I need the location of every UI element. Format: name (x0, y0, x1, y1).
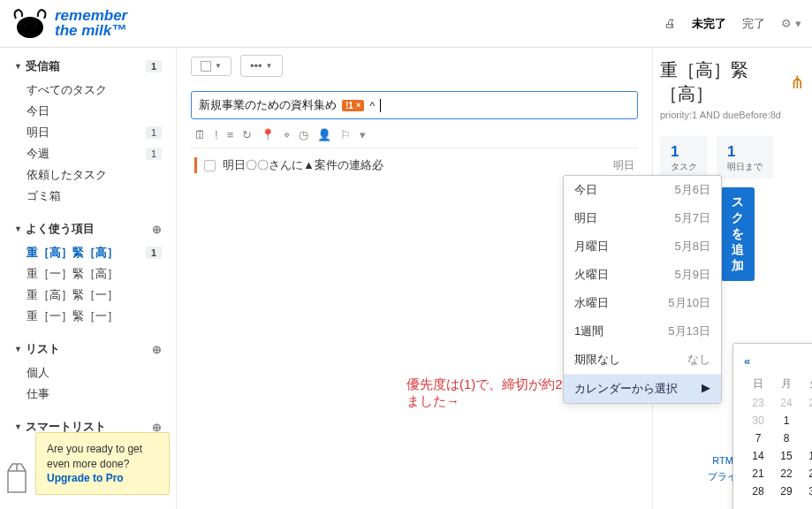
calendar-day[interactable]: 29 (772, 482, 801, 500)
list-icon[interactable]: ≡ (227, 128, 234, 142)
calendar-day[interactable]: 14 (744, 447, 772, 465)
flag-icon[interactable]: ⚐ (340, 128, 351, 142)
chevron-down-icon[interactable]: ▾ (360, 128, 366, 142)
tag-icon[interactable]: ⌖ (284, 128, 290, 142)
sidebar-item[interactable]: 重［高］緊［高］1 (0, 242, 176, 263)
date-option-value: 5月7日 (675, 210, 710, 226)
calendar-day[interactable]: 9 (801, 429, 812, 447)
repeat-icon[interactable]: ↻ (242, 128, 252, 142)
date-dropdown: 今日5月6日明日5月7日月曜日5月8日火曜日5月9日水曜日5月10日1週間5月1… (563, 175, 722, 404)
tab-complete[interactable]: 完了 (742, 16, 765, 32)
calendar-popup: « 2017年5月 » 日月火水木金土232425262728293012345… (732, 343, 812, 509)
sidebar-section-header[interactable]: ▼よく使う項目⊕ (0, 216, 176, 242)
date-option[interactable]: 1週間5月13日 (564, 317, 721, 346)
sidebar-item-label: ゴミ箱 (27, 188, 61, 204)
print-icon[interactable]: 🖨 (664, 17, 676, 30)
calendar-day[interactable]: 7 (744, 429, 772, 447)
priority-icon[interactable]: ! (215, 128, 218, 142)
sidebar-section-header[interactable]: ▼リスト⊕ (0, 336, 176, 362)
calendar-day[interactable]: 23 (801, 465, 812, 482)
select-all-button[interactable]: ▼ (191, 57, 231, 76)
sidebar-section-header[interactable]: ▼受信箱1 (0, 53, 176, 80)
sidebar-item[interactable]: 重［一］緊［高］ (0, 263, 176, 285)
sidebar-item[interactable]: 明日1 (0, 122, 176, 143)
calendar-day[interactable]: 8 (772, 429, 801, 447)
sidebar-item[interactable]: 仕事 (0, 384, 176, 405)
sidebar-item[interactable]: 依頼したタスク (0, 164, 176, 186)
rail-query: priority:1 AND dueBefore:8d (660, 110, 805, 120)
section-title: 受信箱 (26, 58, 60, 74)
calendar-day[interactable]: 30 (744, 412, 772, 429)
cow-icon (11, 6, 49, 42)
person-icon[interactable]: 👤 (317, 128, 331, 142)
calendar-day[interactable]: 24 (772, 394, 801, 412)
calendar-day[interactable]: 28 (744, 482, 772, 500)
add-icon[interactable]: ⊕ (152, 223, 162, 236)
new-task-input[interactable]: 新規事業のための資料集め !1× ^ (191, 91, 638, 119)
sidebar-item-count: 1 (146, 126, 162, 139)
add-task-button[interactable]: スクを追加 (721, 187, 755, 281)
date-option-label: 今日 (574, 182, 597, 198)
rss-icon[interactable]: ⋔ (790, 72, 805, 93)
add-icon[interactable]: ⊕ (152, 343, 162, 356)
sidebar-item[interactable]: 重［一］緊［一］ (0, 306, 176, 327)
calendar-select-option[interactable]: カレンダーから選択▶ (564, 375, 721, 403)
upgrade-link[interactable]: Upgrade to Pro (47, 472, 124, 484)
badge-remove-icon[interactable]: × (356, 101, 360, 110)
sidebar-item-label: 今週 (27, 146, 49, 162)
calendar-day[interactable]: 25 (801, 394, 812, 412)
sidebar-item[interactable]: ゴミ箱 (0, 186, 176, 207)
brand-text: remember the milk™ (55, 9, 127, 37)
calendar-day[interactable]: 15 (772, 447, 801, 465)
chevron-down-icon: ▼ (266, 62, 273, 70)
date-option-label: 水曜日 (574, 295, 609, 311)
stat-box: 1明日まで (717, 136, 773, 179)
calendar-grid: 日月火水木金土232425262728293012345678910111213… (744, 374, 812, 500)
settings-gear-icon[interactable]: ⚙ ▾ (781, 17, 801, 30)
sidebar-item[interactable]: 今日 (0, 101, 176, 122)
chevron-down-icon: ▼ (14, 345, 22, 353)
sidebar-item[interactable]: 個人 (0, 362, 176, 384)
date-option[interactable]: 期限なしなし (564, 346, 721, 374)
task-due: 明日 (613, 158, 634, 173)
sidebar-item[interactable]: すべてのタスク (0, 80, 176, 101)
svg-point-2 (34, 24, 37, 27)
cal-prev-button[interactable]: « (744, 354, 750, 368)
tab-incomplete[interactable]: 未完了 (692, 16, 726, 32)
calendar-icon[interactable]: 🗓 (194, 128, 206, 142)
sidebar-item-label: 重［一］緊［一］ (27, 308, 118, 324)
calendar-day[interactable]: 2 (801, 412, 812, 429)
date-option[interactable]: 月曜日5月8日 (564, 232, 721, 261)
pin-icon[interactable]: 📍 (261, 128, 275, 142)
calendar-day[interactable]: 1 (772, 412, 801, 429)
new-task-text: 新規事業のための資料集め (199, 97, 337, 113)
calendar-day[interactable]: 30 (801, 482, 812, 500)
calendar-day[interactable]: 22 (772, 465, 801, 482)
sidebar-item-label: 重［高］緊［高］ (27, 245, 118, 261)
date-option-value: 5月9日 (675, 267, 710, 283)
stat-number: 1 (727, 143, 763, 161)
caret-input: ^ (369, 99, 375, 112)
date-option[interactable]: 明日5月7日 (564, 204, 721, 232)
chevron-down-icon: ▼ (14, 62, 22, 71)
sidebar-item-label: 明日 (27, 125, 49, 141)
task-checkbox[interactable] (204, 160, 216, 171)
date-option-label: 期限なし (574, 352, 620, 368)
priority-badge[interactable]: !1× (342, 100, 364, 111)
more-actions-button[interactable]: ••• ▼ (240, 55, 283, 77)
calendar-day[interactable]: 16 (801, 447, 812, 465)
add-icon[interactable]: ⊕ (152, 421, 162, 434)
cal-dow: 火 (801, 374, 812, 394)
calendar-day[interactable]: 23 (744, 394, 772, 412)
sidebar-item[interactable]: 今週1 (0, 143, 176, 164)
brand-logo[interactable]: remember the milk™ (11, 6, 127, 42)
calendar-day[interactable]: 21 (744, 465, 772, 482)
date-option-label: 火曜日 (574, 267, 609, 283)
svg-point-1 (24, 24, 27, 27)
sidebar-item-count: 1 (146, 148, 162, 160)
clock-icon[interactable]: ◷ (299, 128, 308, 142)
date-option[interactable]: 水曜日5月10日 (564, 289, 721, 317)
date-option[interactable]: 今日5月6日 (564, 176, 721, 204)
date-option[interactable]: 火曜日5月9日 (564, 261, 721, 289)
sidebar-item[interactable]: 重［高］緊［一］ (0, 285, 176, 306)
